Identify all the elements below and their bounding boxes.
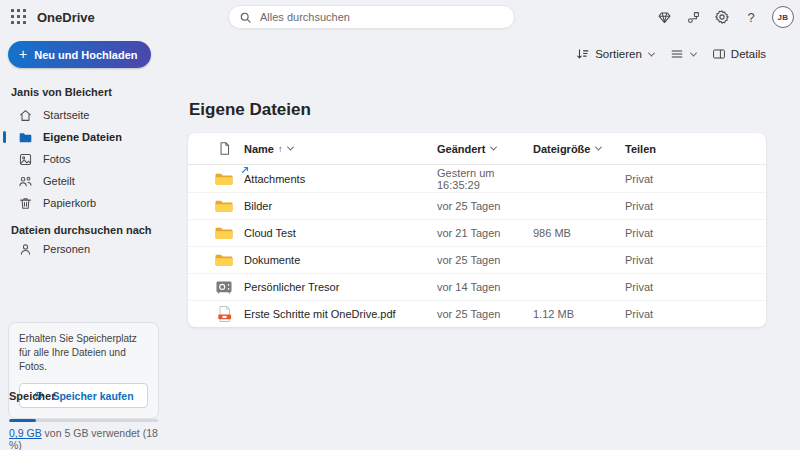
plus-icon: +: [19, 47, 27, 61]
file-name: Cloud Test: [244, 227, 437, 239]
sidebar-browse-nav: Personen: [0, 238, 170, 260]
file-name: Persönlicher Tresor: [244, 281, 437, 293]
sidebar: + Neu und Hochladen Janis von Bleichert …: [0, 34, 170, 450]
file-modified: vor 14 Tagen: [437, 281, 533, 293]
app-launcher-icon[interactable]: [10, 8, 28, 26]
help-icon[interactable]: ?: [743, 9, 759, 25]
chevron-down-icon: [648, 49, 655, 56]
file-sharing: Privat: [625, 254, 750, 266]
person-icon: [18, 242, 33, 257]
folder-icon: [204, 225, 244, 241]
search-bar[interactable]: [228, 5, 515, 29]
storage-promo-card: Erhalten Sie Speicherplatz für alle Ihre…: [8, 322, 159, 419]
column-header-sharing[interactable]: Teilen: [625, 143, 750, 155]
details-pane-icon: [712, 47, 726, 61]
chevron-down-icon: [690, 49, 697, 56]
list-view-icon: [670, 47, 684, 61]
column-header-modified[interactable]: Geändert: [437, 143, 533, 155]
sort-icon: [576, 47, 590, 61]
sidebar-item-geteilt[interactable]: Geteilt: [0, 170, 170, 192]
settings-gear-icon[interactable]: [714, 9, 730, 25]
table-row[interactable]: Persönlicher Tresor vor 14 Tagen Privat: [188, 273, 766, 300]
avatar[interactable]: JB: [772, 6, 794, 28]
table-row[interactable]: Dokumente vor 25 Tagen Privat: [188, 246, 766, 273]
new-upload-button[interactable]: + Neu und Hochladen: [8, 41, 151, 68]
storage-progress-bar: [9, 419, 158, 422]
vault-icon: [204, 279, 244, 295]
table-row[interactable]: Cloud Test vor 21 Tagen 986 MB Privat: [188, 219, 766, 246]
sidebar-item-personen[interactable]: Personen: [0, 238, 170, 260]
table-row[interactable]: Erste Schritte mit OneDrive.pdf vor 25 T…: [188, 300, 766, 327]
sidebar-item-startseite[interactable]: Startseite: [0, 104, 170, 126]
sidebar-item-fotos[interactable]: Fotos: [0, 148, 170, 170]
file-type-column-icon[interactable]: [204, 141, 244, 156]
search-icon: [239, 11, 252, 24]
file-modified: vor 25 Tagen: [437, 200, 533, 212]
table-header: Name ↑ Geändert Dateigröße Teilen: [188, 133, 766, 165]
file-name: Bilder: [244, 200, 437, 212]
details-button[interactable]: Details: [712, 47, 766, 61]
view-switch-button[interactable]: [670, 47, 696, 61]
file-sharing: Privat: [625, 200, 750, 212]
sort-ascending-icon: ↑: [278, 144, 283, 154]
file-name: Attachments: [244, 173, 437, 185]
pdf-file-icon: [204, 305, 244, 323]
storage-header: Speicher: [9, 390, 55, 402]
premium-diamond-icon[interactable]: [656, 9, 672, 25]
people-icon: [18, 174, 33, 189]
file-sharing: Privat: [625, 308, 750, 320]
file-modified: vor 25 Tagen: [437, 254, 533, 266]
file-modified: vor 21 Tagen: [437, 227, 533, 239]
file-sharing: Privat: [625, 173, 750, 185]
toolbar: Sortieren Details: [576, 47, 766, 61]
whats-new-flow-icon[interactable]: [685, 9, 701, 25]
file-name: Dokumente: [244, 254, 437, 266]
file-modified: vor 25 Tagen: [437, 308, 533, 320]
trash-icon: [18, 196, 33, 211]
app-title: OneDrive: [37, 10, 95, 25]
table-row[interactable]: Bilder vor 25 Tagen Privat: [188, 192, 766, 219]
storage-used-link[interactable]: 0,9 GB: [9, 427, 42, 439]
column-header-size[interactable]: Dateigröße: [533, 143, 625, 155]
file-modified: Gestern um 16:35:29: [437, 167, 533, 191]
top-bar: OneDrive ? JB: [0, 0, 800, 34]
sort-button[interactable]: Sortieren: [576, 47, 654, 61]
browse-section-header: Dateien durchsuchen nach: [11, 224, 152, 236]
promo-text: Erhalten Sie Speicherplatz für alle Ihre…: [19, 332, 148, 374]
sidebar-nav: Startseite Eigene Dateien Fotos: [0, 104, 170, 214]
table-row[interactable]: Attachments Gestern um 16:35:29 Privat: [188, 165, 766, 192]
home-icon: [18, 108, 33, 123]
column-header-name[interactable]: Name ↑: [244, 143, 437, 155]
file-sharing: Privat: [625, 227, 750, 239]
storage-progress-fill: [9, 419, 36, 422]
sidebar-item-papierkorb[interactable]: Papierkorb: [0, 192, 170, 214]
folder-icon: [18, 130, 33, 145]
folder-icon: [204, 171, 244, 187]
search-input[interactable]: [260, 11, 504, 23]
folder-icon: [204, 252, 244, 268]
file-size: 986 MB: [533, 227, 625, 239]
file-name: Erste Schritte mit OneDrive.pdf: [244, 308, 437, 320]
chevron-down-icon: [595, 144, 602, 151]
chevron-down-icon: [490, 144, 497, 151]
file-size: 1.12 MB: [533, 308, 625, 320]
file-list-card: Name ↑ Geändert Dateigröße Teilen: [188, 133, 766, 327]
storage-usage-text: 0,9 GB von 5 GB verwendet (18 %): [9, 427, 170, 450]
folder-icon: [204, 198, 244, 214]
user-name: Janis von Bleichert: [11, 86, 112, 98]
photo-icon: [18, 152, 33, 167]
page-title: Eigene Dateien: [189, 100, 311, 120]
chevron-down-icon: [287, 144, 294, 151]
sparkle-icon: [241, 164, 251, 174]
sidebar-item-eigene-dateien[interactable]: Eigene Dateien: [0, 126, 170, 148]
file-sharing: Privat: [625, 281, 750, 293]
